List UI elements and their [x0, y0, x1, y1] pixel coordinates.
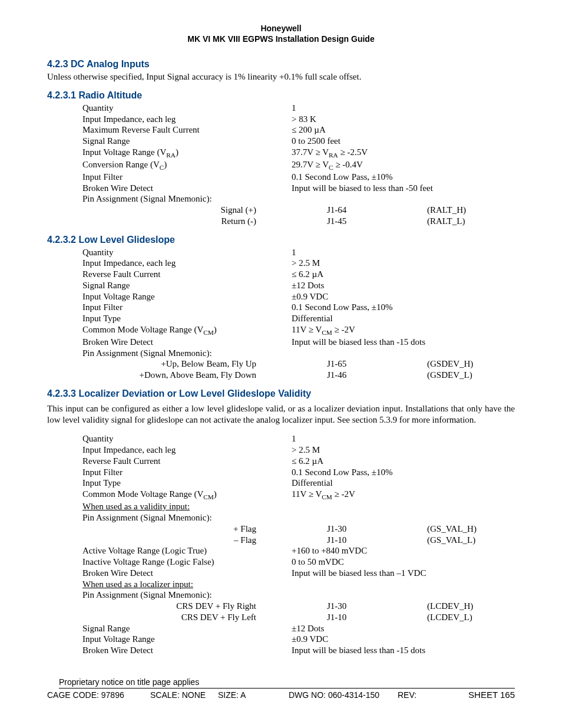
spec-value: ±12 Dots: [292, 623, 392, 634]
spec-mnemonic: (GS_VAL_L): [427, 535, 510, 546]
spec-value: ±0.9 VDC: [292, 634, 392, 645]
spec-subhead: When used as a localizer input:: [82, 579, 292, 590]
spec-subhead: When used as a validity input:: [82, 501, 292, 512]
proprietary-notice: Proprietary notice on title page applies: [59, 677, 515, 689]
spec-label: Input Filter: [82, 302, 292, 313]
spec-value: Input will be biased less than -15 dots: [292, 645, 425, 656]
spec-value: > 2.5 M: [292, 444, 392, 456]
spec-value: 0 to 2500 feet: [292, 136, 392, 147]
spec-label: Input Filter: [82, 467, 292, 478]
page-header: Honeywell MK VI MK VIII EGPWS Installati…: [47, 24, 515, 44]
spec-mnemonic: (LCDEV_L): [427, 612, 510, 623]
spec-label: Input Voltage Range: [82, 634, 292, 645]
header-company: Honeywell: [47, 24, 515, 34]
spec-mnemonic: (GSDEV_L): [427, 370, 510, 381]
spec-label: Broken Wire Detect: [82, 645, 292, 656]
spec-value: 11V ≥ VCM ≥ -2V: [292, 324, 392, 337]
spec-value: 1: [292, 433, 392, 444]
spec-value: Differential: [292, 313, 392, 324]
spec-value: > 83 K: [292, 114, 392, 125]
spec-sublabel: + Flag: [82, 523, 292, 535]
spec-value: 37.7V ≥ VRA ≥ -2.5V: [292, 147, 392, 159]
spec-sublabel: +Down, Above Beam, Fly Down: [82, 370, 292, 381]
header-doc: MK VI MK VIII EGPWS Installation Design …: [47, 34, 515, 45]
spec-value: Differential: [292, 477, 392, 489]
spec-value
: ≤ 6.2 µA: [292, 456, 392, 467]
spec-value: +160 to +840 mVDC: [292, 545, 367, 556]
spec-value: J1-30: [327, 523, 427, 535]
spec-value: ≤ 6.2 µA: [292, 269, 392, 280]
spec-value: J1-10: [327, 535, 427, 546]
footer-sheet: SHEET 165: [445, 690, 515, 701]
spec-sublabel: +Up, Below Beam, Fly Up: [82, 358, 292, 370]
spec-value: 1: [292, 247, 392, 258]
spec-value: 0 to 50 mVDC: [292, 556, 392, 568]
spec-label: Maximum Reverse Fault Current: [82, 124, 292, 136]
spec-label: Conversion Range (VC): [82, 159, 292, 172]
spec-mnemonic: (RALT_H): [427, 205, 510, 216]
spec-label: Quantity: [82, 433, 292, 444]
spec-block-4-2-3-3: Quantity1 Input Impedance, each leg> 2.5…: [82, 433, 515, 655]
spec-block-4-2-3-2: Quantity1 Input Impedance, each leg> 2.5…: [82, 247, 515, 381]
spec-label: Quantity: [82, 103, 292, 114]
heading-4-2-3: 4.2.3 DC Analog Inputs: [47, 58, 515, 70]
spec-label: Input Voltage Range (VRA): [82, 147, 292, 159]
spec-label: Input Impedance, each leg: [82, 444, 292, 456]
spec-label: Reverse Fault Current: [82, 269, 292, 280]
spec-label: Input Type: [82, 477, 292, 489]
spec-value: J1-65: [327, 358, 427, 370]
footer-cage: CAGE CODE: 97896: [47, 690, 150, 701]
spec-value: Input will be biased less than -15 dots: [292, 337, 425, 348]
footer-dwg: DWG NO: 060-4314-150: [289, 690, 398, 701]
spec-label: Signal Range: [82, 280, 292, 291]
spec-label: Pin Assignment (Signal Mnemonic):: [82, 589, 292, 601]
spec-label: Common Mode Voltage Range (VCM): [82, 489, 292, 501]
spec-value: 0.1 Second Low Pass, ±10%: [292, 302, 393, 313]
spec-mnemonic: (RALT_L): [427, 216, 510, 227]
spec-label: Broken Wire Detect: [82, 183, 292, 194]
spec-label: Signal Range: [82, 136, 292, 147]
spec-sublabel: CRS DEV + Fly Left: [82, 612, 292, 623]
spec-label: Inactive Voltage Range (Logic False): [82, 556, 292, 568]
spec-label: Broken Wire Detect: [82, 337, 292, 348]
spec-value: 11V ≥ VCM ≥ -2V: [292, 489, 392, 501]
spec-label: Input Impedance, each leg: [82, 258, 292, 269]
spec-value: 0.1 Second Low Pass, ±10%: [292, 172, 393, 183]
heading-4-2-3-2: 4.2.3.2 Low Level Glideslope: [47, 234, 515, 246]
spec-sublabel: CRS DEV + Fly Right: [82, 601, 292, 612]
heading-4-2-3-3: 4.2.3.3 Localizer Deviation or Low Level…: [47, 388, 515, 400]
spec-block-4-2-3-1: Quantity1 Input Impedance, each leg> 83 …: [82, 103, 515, 227]
spec-value: Input will be biased less than –1 VDC: [292, 568, 426, 579]
spec-label: Input Type: [82, 313, 292, 324]
spec-label: Pin Assignment (Signal Mnemonic):: [82, 193, 292, 205]
spec-value: Input will be biased to less than -50 fe…: [292, 183, 433, 194]
spec-mnemonic: (GS_VAL_H): [427, 523, 510, 535]
spec-sublabel: – Flag: [82, 535, 292, 546]
spec-label: Quantity: [82, 247, 292, 258]
spec-label: Input Impedance, each leg: [82, 114, 292, 125]
spec-value: J1-10: [327, 612, 427, 623]
spec-value: ±0.9 VDC: [292, 291, 392, 302]
spec-value: 0.1 Second Low Pass, ±10%: [292, 467, 393, 478]
para-4-2-3-3: This input can be configured as either a…: [47, 403, 515, 426]
spec-mnemonic: (LCDEV_H): [427, 601, 510, 612]
spec-sublabel: Signal (+): [82, 205, 292, 216]
spec-sublabel: Return (-): [82, 216, 292, 227]
spec-label: Active Voltage Range (Logic True): [82, 545, 292, 556]
spec-label: Input Filter: [82, 172, 292, 183]
spec-label: Signal Range: [82, 623, 292, 634]
spec-value: 29.7V ≥ VC ≥ -0.4V: [292, 159, 392, 172]
spec-label: Pin Assignment (Signal Mnemonic):: [82, 512, 292, 523]
spec-value: J1-46: [327, 370, 427, 381]
spec-label: Pin Assignment (Signal Mnemonic):: [82, 348, 292, 359]
spec-mnemonic: (GSDEV_H): [427, 358, 510, 370]
footer-scale: SCALE: NONE: [150, 690, 218, 701]
spec-value: J1-45: [327, 216, 427, 227]
spec-label: Input Voltage Range: [82, 291, 292, 302]
spec-value: J1-64: [327, 205, 427, 216]
footer-size: SIZE: A: [218, 690, 289, 701]
intro-4-2-3: Unless otherwise specified, Input Signal…: [47, 71, 515, 83]
spec-label: Broken Wire Detect: [82, 568, 292, 579]
spec-value: > 2.5 M: [292, 258, 392, 269]
spec-value: 1: [292, 103, 392, 114]
